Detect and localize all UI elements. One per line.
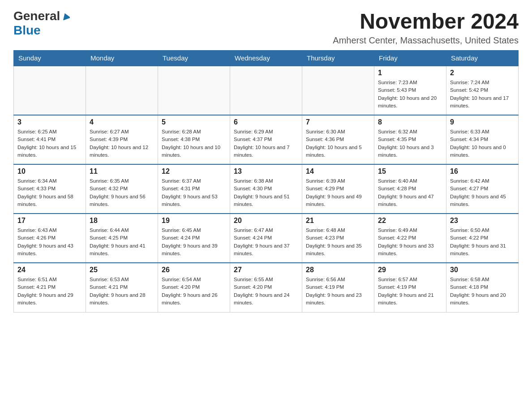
col-sunday: Sunday — [14, 51, 86, 66]
calendar-week-row: 24Sunrise: 6:51 AM Sunset: 4:21 PM Dayli… — [14, 263, 519, 312]
calendar-cell: 28Sunrise: 6:56 AM Sunset: 4:19 PM Dayli… — [302, 263, 374, 312]
calendar-cell: 1Sunrise: 7:23 AM Sunset: 5:43 PM Daylig… — [374, 66, 446, 115]
calendar-cell: 20Sunrise: 6:47 AM Sunset: 4:24 PM Dayli… — [230, 214, 302, 263]
title-area: November 2024 Amherst Center, Massachuse… — [333, 9, 519, 46]
day-info: Sunrise: 6:35 AM Sunset: 4:32 PM Dayligh… — [90, 177, 154, 208]
day-info: Sunrise: 6:53 AM Sunset: 4:21 PM Dayligh… — [90, 276, 154, 307]
calendar-cell: 26Sunrise: 6:54 AM Sunset: 4:20 PM Dayli… — [158, 263, 230, 312]
calendar-cell: 16Sunrise: 6:42 AM Sunset: 4:27 PM Dayli… — [446, 164, 519, 214]
calendar-cell: 6Sunrise: 6:29 AM Sunset: 4:37 PM Daylig… — [230, 115, 302, 164]
calendar-cell: 5Sunrise: 6:28 AM Sunset: 4:38 PM Daylig… — [158, 115, 230, 164]
day-number: 27 — [234, 266, 298, 274]
day-number: 7 — [306, 118, 370, 126]
day-number: 1 — [378, 69, 442, 77]
day-info: Sunrise: 6:34 AM Sunset: 4:33 PM Dayligh… — [17, 177, 82, 208]
calendar-cell — [86, 66, 158, 115]
day-number: 21 — [306, 217, 370, 225]
day-number: 30 — [450, 266, 515, 274]
calendar-week-row: 17Sunrise: 6:43 AM Sunset: 4:26 PM Dayli… — [14, 214, 519, 263]
day-info: Sunrise: 6:37 AM Sunset: 4:31 PM Dayligh… — [162, 177, 226, 208]
day-info: Sunrise: 6:56 AM Sunset: 4:19 PM Dayligh… — [306, 276, 370, 307]
calendar-week-row: 1Sunrise: 7:23 AM Sunset: 5:43 PM Daylig… — [14, 66, 519, 115]
col-monday: Monday — [86, 51, 158, 66]
calendar-cell — [302, 66, 374, 115]
calendar-cell — [158, 66, 230, 115]
calendar-cell: 10Sunrise: 6:34 AM Sunset: 4:33 PM Dayli… — [14, 164, 86, 214]
calendar-cell: 27Sunrise: 6:55 AM Sunset: 4:20 PM Dayli… — [230, 263, 302, 312]
day-number: 5 — [162, 118, 226, 126]
logo-blue-text: Blue — [13, 23, 41, 37]
day-info: Sunrise: 6:27 AM Sunset: 4:39 PM Dayligh… — [90, 128, 154, 159]
day-number: 19 — [162, 217, 226, 225]
day-info: Sunrise: 6:47 AM Sunset: 4:24 PM Dayligh… — [234, 227, 298, 257]
calendar-cell: 30Sunrise: 6:58 AM Sunset: 4:18 PM Dayli… — [446, 263, 519, 312]
day-info: Sunrise: 6:42 AM Sunset: 4:27 PM Dayligh… — [450, 177, 515, 208]
day-info: Sunrise: 6:50 AM Sunset: 4:22 PM Dayligh… — [450, 227, 515, 257]
location-title: Amherst Center, Massachusetts, United St… — [333, 35, 519, 46]
calendar-cell: 29Sunrise: 6:57 AM Sunset: 4:19 PM Dayli… — [374, 263, 446, 312]
calendar-cell: 19Sunrise: 6:45 AM Sunset: 4:24 PM Dayli… — [158, 214, 230, 263]
day-info: Sunrise: 6:45 AM Sunset: 4:24 PM Dayligh… — [162, 227, 226, 257]
calendar-cell: 24Sunrise: 6:51 AM Sunset: 4:21 PM Dayli… — [14, 263, 86, 312]
day-info: Sunrise: 6:38 AM Sunset: 4:30 PM Dayligh… — [234, 177, 298, 208]
day-number: 20 — [234, 217, 298, 225]
calendar-cell: 9Sunrise: 6:33 AM Sunset: 4:34 PM Daylig… — [446, 115, 519, 164]
day-info: Sunrise: 6:54 AM Sunset: 4:20 PM Dayligh… — [162, 276, 226, 307]
day-info: Sunrise: 6:48 AM Sunset: 4:23 PM Dayligh… — [306, 227, 370, 257]
day-number: 25 — [90, 266, 154, 274]
month-title: November 2024 — [333, 9, 519, 34]
calendar-cell: 8Sunrise: 6:32 AM Sunset: 4:35 PM Daylig… — [374, 115, 446, 164]
logo: General Blue — [13, 9, 70, 38]
day-number: 18 — [90, 217, 154, 225]
day-info: Sunrise: 6:39 AM Sunset: 4:29 PM Dayligh… — [306, 177, 370, 208]
day-info: Sunrise: 7:23 AM Sunset: 5:43 PM Dayligh… — [378, 79, 442, 110]
day-number: 6 — [234, 118, 298, 126]
calendar-week-row: 3Sunrise: 6:25 AM Sunset: 4:41 PM Daylig… — [14, 115, 519, 164]
day-number: 29 — [378, 266, 442, 274]
day-number: 8 — [378, 118, 442, 126]
calendar-cell: 12Sunrise: 6:37 AM Sunset: 4:31 PM Dayli… — [158, 164, 230, 214]
day-number: 28 — [306, 266, 370, 274]
day-info: Sunrise: 6:32 AM Sunset: 4:35 PM Dayligh… — [378, 128, 442, 159]
calendar-cell: 22Sunrise: 6:49 AM Sunset: 4:22 PM Dayli… — [374, 214, 446, 263]
calendar-cell: 3Sunrise: 6:25 AM Sunset: 4:41 PM Daylig… — [14, 115, 86, 164]
day-info: Sunrise: 6:25 AM Sunset: 4:41 PM Dayligh… — [17, 128, 82, 159]
calendar-cell: 21Sunrise: 6:48 AM Sunset: 4:23 PM Dayli… — [302, 214, 374, 263]
col-wednesday: Wednesday — [230, 51, 302, 66]
calendar-cell: 11Sunrise: 6:35 AM Sunset: 4:32 PM Dayli… — [86, 164, 158, 214]
calendar-cell: 2Sunrise: 7:24 AM Sunset: 5:42 PM Daylig… — [446, 66, 519, 115]
day-number: 26 — [162, 266, 226, 274]
day-info: Sunrise: 6:58 AM Sunset: 4:18 PM Dayligh… — [450, 276, 515, 307]
svg-marker-0 — [62, 12, 70, 20]
day-info: Sunrise: 6:49 AM Sunset: 4:22 PM Dayligh… — [378, 227, 442, 257]
calendar-cell: 18Sunrise: 6:44 AM Sunset: 4:25 PM Dayli… — [86, 214, 158, 263]
day-number: 23 — [450, 217, 515, 225]
col-saturday: Saturday — [446, 51, 519, 66]
page-header: General Blue November 2024 Amherst Cente… — [13, 9, 519, 46]
calendar-cell: 14Sunrise: 6:39 AM Sunset: 4:29 PM Dayli… — [302, 164, 374, 214]
day-info: Sunrise: 6:51 AM Sunset: 4:21 PM Dayligh… — [17, 276, 82, 307]
calendar-cell: 13Sunrise: 6:38 AM Sunset: 4:30 PM Dayli… — [230, 164, 302, 214]
day-number: 24 — [17, 266, 82, 274]
calendar-cell: 17Sunrise: 6:43 AM Sunset: 4:26 PM Dayli… — [14, 214, 86, 263]
calendar-cell: 4Sunrise: 6:27 AM Sunset: 4:39 PM Daylig… — [86, 115, 158, 164]
calendar-header-row: Sunday Monday Tuesday Wednesday Thursday… — [14, 51, 519, 66]
day-info: Sunrise: 6:55 AM Sunset: 4:20 PM Dayligh… — [234, 276, 298, 307]
logo-general-text: General — [13, 9, 60, 23]
day-number: 11 — [90, 167, 154, 176]
col-tuesday: Tuesday — [158, 51, 230, 66]
calendar-cell: 25Sunrise: 6:53 AM Sunset: 4:21 PM Dayli… — [86, 263, 158, 312]
day-number: 10 — [17, 167, 82, 176]
day-number: 3 — [17, 118, 82, 126]
day-number: 14 — [306, 167, 370, 176]
day-info: Sunrise: 6:29 AM Sunset: 4:37 PM Dayligh… — [234, 128, 298, 159]
calendar-week-row: 10Sunrise: 6:34 AM Sunset: 4:33 PM Dayli… — [14, 164, 519, 214]
col-thursday: Thursday — [302, 51, 374, 66]
day-number: 9 — [450, 118, 515, 126]
day-info: Sunrise: 6:57 AM Sunset: 4:19 PM Dayligh… — [378, 276, 442, 307]
day-info: Sunrise: 6:33 AM Sunset: 4:34 PM Dayligh… — [450, 128, 515, 159]
calendar-table: Sunday Monday Tuesday Wednesday Thursday… — [13, 50, 519, 313]
day-number: 16 — [450, 167, 515, 176]
day-number: 17 — [17, 217, 82, 225]
calendar-cell: 15Sunrise: 6:40 AM Sunset: 4:28 PM Dayli… — [374, 164, 446, 214]
